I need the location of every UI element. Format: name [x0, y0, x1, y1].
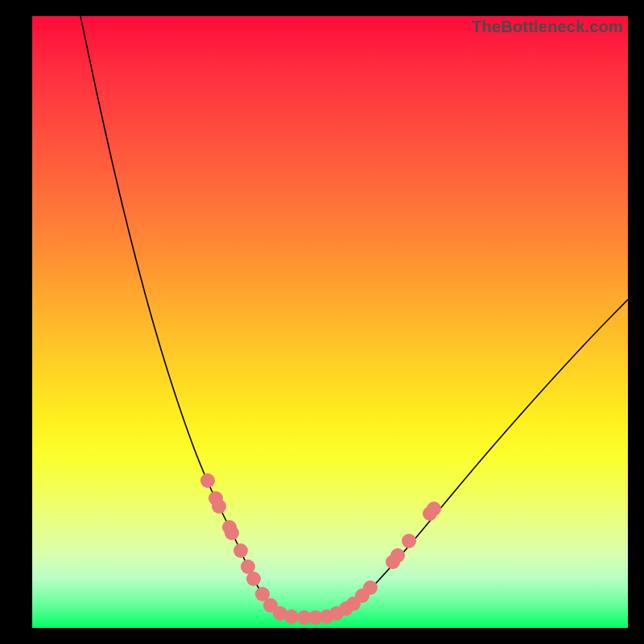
plot-area: TheBottleneck.com: [32, 16, 628, 628]
curve-layer: [32, 16, 628, 628]
curve-left: [80, 16, 330, 617]
data-bead: [225, 526, 239, 540]
bead-group: [200, 473, 441, 625]
data-bead: [233, 543, 248, 558]
data-bead: [390, 548, 405, 563]
chart-frame: TheBottleneck.com: [0, 0, 644, 644]
data-bead: [200, 473, 215, 488]
data-bead: [246, 572, 261, 586]
data-bead: [212, 499, 226, 514]
data-bead: [284, 609, 299, 624]
data-bead: [363, 580, 378, 595]
data-bead: [402, 534, 416, 548]
curve-right: [330, 299, 628, 616]
data-bead: [427, 502, 441, 516]
